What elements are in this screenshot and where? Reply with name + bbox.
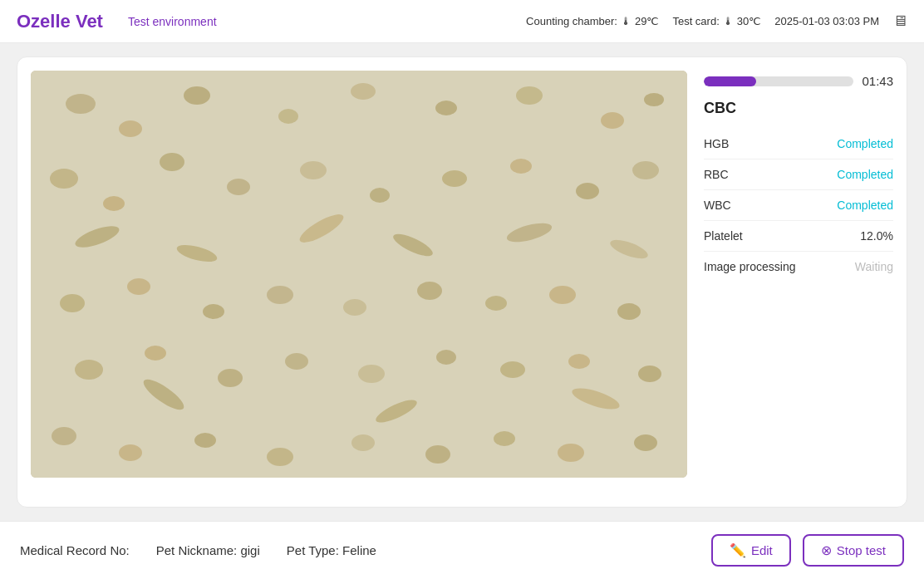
cbc-row-rbc: RBC Completed bbox=[704, 159, 893, 190]
counting-chamber-temp: 29℃ bbox=[635, 15, 659, 27]
thermometer-icon-1: 🌡 bbox=[621, 15, 632, 27]
app-logo: Ozelle Vet bbox=[17, 11, 103, 32]
progress-time: 01:43 bbox=[862, 74, 893, 88]
datetime-display: 2025-01-03 03:03 PM bbox=[774, 15, 879, 27]
medical-record-field: Medical Record No: bbox=[20, 543, 130, 557]
test-card-temp: 30℃ bbox=[737, 15, 761, 27]
cbc-status-image-processing: Waiting bbox=[855, 260, 893, 273]
cbc-row-hgb: HGB Completed bbox=[704, 129, 893, 159]
edit-icon: ✏️ bbox=[730, 542, 746, 558]
counting-chamber-label: Counting chamber: bbox=[526, 15, 617, 27]
pet-nickname-field: Pet Nickname: gigi bbox=[156, 543, 260, 557]
cbc-label-hgb: HGB bbox=[704, 137, 729, 150]
cbc-row-image-processing: Image processing Waiting bbox=[704, 252, 893, 282]
footer-info: Medical Record No: Pet Nickname: gigi Pe… bbox=[20, 543, 685, 557]
cbc-rows: HGB Completed RBC Completed WBC Complete… bbox=[704, 129, 893, 282]
edit-label: Edit bbox=[751, 543, 773, 557]
test-card-label: Test card: bbox=[672, 15, 719, 27]
footer-actions: ✏️ Edit ⊗ Stop test bbox=[711, 534, 904, 567]
cbc-row-platelet: Platelet 12.0% bbox=[704, 221, 893, 252]
cbc-title: CBC bbox=[704, 100, 893, 117]
microscope-image bbox=[31, 71, 687, 478]
test-card-group: Test card: 🌡 30℃ bbox=[672, 15, 761, 27]
main-content: 01:43 CBC HGB Completed RBC Completed WB… bbox=[0, 43, 924, 521]
counting-chamber-group: Counting chamber: 🌡 29℃ bbox=[526, 15, 659, 27]
pet-type-field: Pet Type: Feline bbox=[287, 543, 376, 557]
progress-row: 01:43 bbox=[704, 74, 893, 88]
right-panel: 01:43 CBC HGB Completed RBC Completed WB… bbox=[704, 71, 893, 493]
analysis-card: 01:43 CBC HGB Completed RBC Completed WB… bbox=[17, 56, 907, 508]
cbc-label-wbc: WBC bbox=[704, 199, 731, 212]
svg-rect-56 bbox=[31, 71, 687, 478]
monitor-icon[interactable]: 🖥 bbox=[892, 12, 907, 30]
edit-button[interactable]: ✏️ Edit bbox=[711, 534, 791, 567]
progress-bar-background bbox=[704, 76, 853, 86]
stop-icon: ⊗ bbox=[821, 542, 832, 558]
stop-test-button[interactable]: ⊗ Stop test bbox=[803, 534, 904, 567]
stop-label: Stop test bbox=[837, 543, 886, 557]
cbc-status-wbc: Completed bbox=[837, 199, 893, 212]
cbc-label-image-processing: Image processing bbox=[704, 260, 796, 273]
cbc-row-wbc: WBC Completed bbox=[704, 190, 893, 221]
cbc-status-hgb: Completed bbox=[837, 137, 893, 150]
thermometer-icon-2: 🌡 bbox=[723, 15, 734, 27]
env-label: Test environment bbox=[128, 15, 217, 28]
header: Ozelle Vet Test environment Counting cha… bbox=[0, 0, 924, 43]
header-info: Counting chamber: 🌡 29℃ Test card: 🌡 30℃… bbox=[526, 12, 907, 30]
progress-bar-fill bbox=[704, 76, 756, 86]
cbc-value-platelet: 12.0% bbox=[860, 229, 893, 243]
cbc-label-rbc: RBC bbox=[704, 168, 729, 181]
cbc-label-platelet: Platelet bbox=[704, 229, 743, 243]
footer: Medical Record No: Pet Nickname: gigi Pe… bbox=[0, 521, 924, 579]
cbc-status-rbc: Completed bbox=[837, 168, 893, 181]
